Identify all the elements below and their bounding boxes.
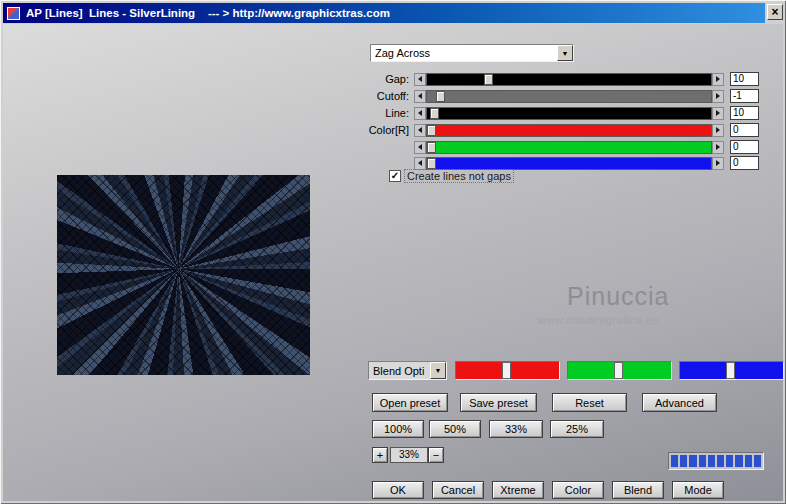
color-r-value-input[interactable]: 0 [730,123,759,137]
create-lines-checkbox[interactable]: ✓ Create lines not gaps [389,170,513,182]
blend-options-dropdown[interactable]: Blend Opti ▼ [368,361,447,380]
arrow-right-icon [716,127,720,133]
color-g-handle[interactable] [427,142,436,153]
line-track[interactable] [426,107,712,120]
color-b-handle[interactable] [427,158,436,169]
arrow-left-icon [418,127,422,133]
zoom-minus-button[interactable]: − [428,447,444,463]
zoom-25-button[interactable]: 25% [550,420,604,438]
gap-value-input[interactable]: 10 [730,72,759,86]
line-decrement-button[interactable] [414,107,426,120]
chevron-down-icon[interactable]: ▼ [557,45,573,61]
reset-button[interactable]: Reset [552,393,627,412]
arrow-right-icon [716,160,720,166]
color-r-increment-button[interactable] [712,124,724,137]
arrow-left-icon [418,144,422,150]
progress-segment [717,455,724,467]
slider-row-gap: Gap: 10 [348,72,768,86]
cutoff-label: Cutoff: [348,90,414,102]
arrow-right-icon [716,93,720,99]
zoom-33-button[interactable]: 33% [489,420,543,438]
ok-button[interactable]: OK [372,481,424,499]
slider-row-line: Line: 10 [348,106,768,120]
line-increment-button[interactable] [712,107,724,120]
blend-dropdown-value: Blend Opti [369,365,430,377]
preview-image[interactable] [57,175,310,375]
plugin-window: AP [Lines] Lines - SilverLining --- > ht… [0,0,786,504]
blend-green-slider[interactable] [567,361,672,380]
zoom-50-button[interactable]: 50% [429,420,481,438]
line-label: Line: [348,107,414,119]
slider-row-color-g: 0 [348,140,768,154]
pattern-dropdown-value: Zag Across [371,47,557,59]
checkbox-label: Create lines not gaps [405,170,513,182]
progress-segment [680,455,687,467]
gap-increment-button[interactable] [712,73,724,86]
gap-track[interactable] [426,73,712,86]
progress-segment [726,455,733,467]
cutoff-value-input[interactable]: -1 [730,89,759,103]
color-b-value-input[interactable]: 0 [730,156,759,170]
blend-blue-slider[interactable] [679,361,784,380]
progress-segment [708,455,715,467]
cancel-button[interactable]: Cancel [432,481,484,499]
color-b-track[interactable] [426,157,712,170]
color-r-track[interactable] [426,124,712,137]
blend-red-slider[interactable] [455,361,560,380]
watermark-title: Pinuccia [567,282,670,311]
color-g-value-input[interactable]: 0 [730,140,759,154]
arrow-right-icon [716,144,720,150]
save-preset-button[interactable]: Save preset [460,393,537,412]
line-value-input[interactable]: 10 [730,106,759,120]
color-g-track[interactable] [426,141,712,154]
progress-segment [671,455,678,467]
gap-decrement-button[interactable] [414,73,426,86]
progress-segment [689,455,696,467]
watermark-url: www.maidiregrafica.eu [538,314,659,326]
color-r-decrement-button[interactable] [414,124,426,137]
cutoff-handle[interactable] [436,91,445,102]
arrow-right-icon [716,76,720,82]
arrow-left-icon [418,76,422,82]
blend-blue-handle[interactable] [726,362,735,379]
color-b-increment-button[interactable] [712,157,724,170]
color-b-decrement-button[interactable] [414,157,426,170]
close-button[interactable]: × [767,4,783,20]
zoom-level-display: 33% [390,447,428,463]
mode-button[interactable]: Mode [672,481,724,499]
gap-handle[interactable] [484,74,493,85]
blend-button[interactable]: Blend [612,481,664,499]
xtreme-button[interactable]: Xtreme [492,481,544,499]
progress-segment [745,455,752,467]
checkbox-check-icon[interactable]: ✓ [389,170,401,182]
cutoff-decrement-button[interactable] [414,90,426,103]
titlebar[interactable]: AP [Lines] Lines - SilverLining --- > ht… [3,3,765,23]
slider-row-cutoff: Cutoff: -1 [348,89,768,103]
zoom-100-button[interactable]: 100% [372,420,424,438]
arrow-left-icon [418,93,422,99]
open-preset-button[interactable]: Open preset [372,393,448,412]
color-button[interactable]: Color [552,481,604,499]
color-r-label: Color[R] [348,124,414,136]
app-icon [7,7,20,20]
arrow-left-icon [418,160,422,166]
slider-row-color-r: Color[R] 0 [348,123,768,137]
line-handle[interactable] [430,108,439,119]
zoom-plus-button[interactable]: + [372,447,388,463]
cutoff-track[interactable] [426,90,712,103]
progress-segment [699,455,706,467]
window-title: AP [Lines] Lines - SilverLining --- > ht… [26,7,390,19]
arrow-left-icon [418,110,422,116]
color-g-increment-button[interactable] [712,141,724,154]
progress-segment [754,455,761,467]
color-g-decrement-button[interactable] [414,141,426,154]
advanced-button[interactable]: Advanced [642,393,717,412]
cutoff-increment-button[interactable] [712,90,724,103]
color-r-handle[interactable] [427,125,436,136]
arrow-right-icon [716,110,720,116]
pattern-dropdown[interactable]: Zag Across ▼ [370,44,574,62]
blend-red-handle[interactable] [502,362,511,379]
chevron-down-icon[interactable]: ▼ [430,362,446,379]
gap-label: Gap: [348,73,414,85]
blend-green-handle[interactable] [614,362,623,379]
